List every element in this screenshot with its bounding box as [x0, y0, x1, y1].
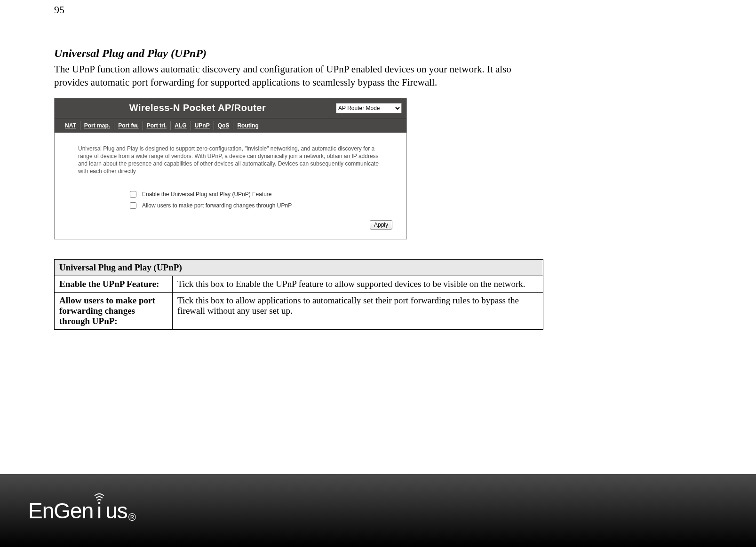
tab-upnp[interactable]: UPnP — [191, 122, 214, 129]
tab-port-map[interactable]: Port map. — [80, 122, 114, 129]
info-table-header: Universal Plug and Play (UPnP) — [55, 260, 543, 276]
brand-text-part1: EnGen — [28, 498, 93, 523]
option-enable-upnp-row: Enable the Universal Plug and Play (UPnP… — [130, 191, 396, 198]
apply-row: Apply — [78, 214, 396, 230]
tab-nat[interactable]: NAT — [61, 122, 80, 129]
router-body: Universal Plug and Play is designed to s… — [55, 133, 406, 239]
brand-logo: EnGen i us ® — [28, 498, 136, 523]
tab-qos[interactable]: QoS — [214, 122, 233, 129]
page-number: 95 — [54, 4, 64, 16]
allow-portfwd-checkbox[interactable] — [130, 202, 136, 209]
enable-upnp-checkbox[interactable] — [130, 191, 136, 198]
table-row: Allow users to make port forwarding chan… — [55, 293, 543, 330]
section-description: The UPnP function allows automatic disco… — [54, 63, 543, 89]
info-row-desc: Tick this box to allow applications to a… — [173, 293, 543, 330]
router-title: Wireless-N Pocket AP/Router — [59, 103, 336, 113]
router-panel: Wireless-N Pocket AP/Router AP Router Mo… — [54, 98, 407, 240]
router-tabs: NAT Port map. Port fw. Port tri. ALG UPn… — [55, 118, 406, 133]
page-root: 95 Universal Plug and Play (UPnP) The UP… — [0, 0, 756, 547]
content-area: Universal Plug and Play (UPnP) The UPnP … — [54, 47, 543, 330]
section-title: Universal Plug and Play (UPnP) — [54, 47, 543, 60]
tab-port-tri[interactable]: Port tri. — [143, 122, 171, 129]
info-row-label: Allow users to make port forwarding chan… — [55, 293, 173, 330]
info-row-label: Enable the UPnP Feature: — [55, 276, 173, 293]
allow-portfwd-label: Allow users to make port forwarding chan… — [142, 202, 292, 209]
info-row-desc: Tick this box to Enable the UPnP feature… — [173, 276, 543, 293]
table-row: Enable the UPnP Feature: Tick this box t… — [55, 276, 543, 293]
brand-wifi-i: i — [93, 498, 105, 523]
enable-upnp-label: Enable the Universal Plug and Play (UPnP… — [142, 191, 271, 198]
router-header: Wireless-N Pocket AP/Router AP Router Mo… — [55, 98, 406, 118]
tab-alg[interactable]: ALG — [171, 122, 190, 129]
tab-port-fw[interactable]: Port fw. — [114, 122, 143, 129]
registered-mark-icon: ® — [128, 511, 136, 523]
info-table: Universal Plug and Play (UPnP) Enable th… — [54, 259, 543, 330]
brand-text-part2: us — [105, 498, 127, 523]
tab-routing[interactable]: Routing — [233, 122, 262, 129]
apply-button[interactable]: Apply — [370, 220, 392, 230]
router-description: Universal Plug and Play is designed to s… — [78, 145, 389, 175]
info-table-header-row: Universal Plug and Play (UPnP) — [55, 260, 543, 276]
option-allow-portfwd-row: Allow users to make port forwarding chan… — [130, 202, 396, 209]
footer-bar: EnGen i us ® — [0, 474, 756, 547]
mode-dropdown[interactable]: AP Router Mode — [336, 103, 402, 113]
